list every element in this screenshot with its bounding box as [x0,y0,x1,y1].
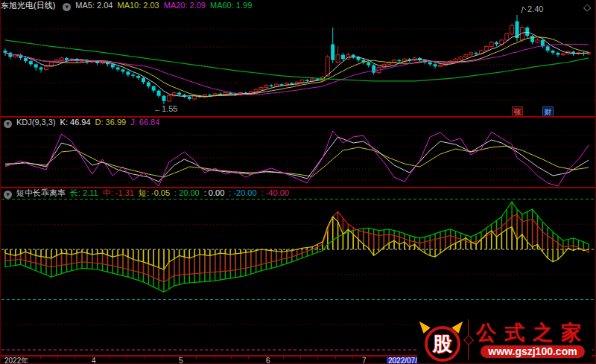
watermark-logo: 股 公式之家 www.gszj100.com [417,316,592,363]
level-0: : 0.00 [204,188,225,197]
axis-label: 2022年 [4,357,28,364]
kdj-title: KDJ(9,3,3) [16,118,56,127]
stock-title: 东旭光电(日线) [1,1,55,10]
bias-title: 短中长乖离率 [16,188,66,197]
axis-label-highlighted: 2022/07/ [387,357,419,364]
level-m40: : -40.00 [261,188,289,197]
ma60-value: MA60: 1.99 [210,1,252,10]
bias-mid-value: 中: -1.31 [103,188,134,197]
axis-tick [370,357,370,359]
logo-site-url: www.gszj100.com [481,345,584,358]
trading-app-window: 东旭光电(日线)▾MA5: 2.04MA10: 2.03MA20: 2.09MA… [0,0,596,364]
axis-tick [144,357,145,359]
ma20-value: MA20: 2.09 [164,1,206,10]
axis-label: 5 [179,357,183,364]
collapse-chevron-icon[interactable]: ▾ [63,3,71,11]
axis-tick [162,357,162,359]
k-value: K: 46.94 [60,118,91,127]
axis-tick [317,357,318,359]
ma5-value: MA5: 2.04 [75,1,112,10]
bias-long-value: 长: 2.11 [70,188,98,197]
level-m20: : -20.00 [229,188,256,197]
j-value: J: 66.84 [130,118,159,127]
axis-tick [214,357,215,359]
bias-header: ▾短中长乖离率长: 2.11中: -1.31短: -0.05: 20.00: 0… [1,188,595,199]
logo-divider [465,319,472,360]
main-chart-header: 东旭光电(日线)▾MA5: 2.04MA10: 2.03MA20: 2.09MA… [1,1,595,11]
bull-horn-icon [416,319,430,333]
axis-tick [127,357,127,359]
axis-tick [231,357,232,359]
axis-tick [352,357,353,359]
stock-character: 股 [425,326,460,362]
candlestick-chart[interactable] [1,13,596,116]
corner-diamond-icon: ◇ [583,1,591,13]
axis-tick [196,357,197,359]
axis-tick [335,357,336,359]
axis-tick [40,357,41,359]
bull-logo-icon: 股 [420,319,462,360]
level-20: : 20.00 [174,188,200,197]
axis-tick [248,357,249,359]
d-value: D: 36.99 [95,118,127,127]
collapse-chevron-icon[interactable]: ▾ [4,120,12,128]
low-price-annotation: ←1.55 [153,105,177,113]
bias-short-value: 短: -0.05 [139,188,170,197]
ma10-value: MA10: 2.03 [117,1,159,10]
axis-label: 4 [92,357,96,364]
axis-label: 6 [266,357,270,364]
axis-tick [283,357,284,359]
kdj-header: ▾KDJ(9,3,3)K: 46.94D: 36.99J: 66.84 [1,118,595,128]
logo-site-name: 公式之家 [476,322,589,344]
kdj-chart[interactable] [1,128,596,187]
axis-tick [57,357,58,359]
axis-label: 7 [362,357,367,364]
high-price-annotation: 2.40 [521,5,543,13]
axis-tick [110,357,110,359]
axis-tick [74,357,75,359]
axis-tick [300,357,301,359]
